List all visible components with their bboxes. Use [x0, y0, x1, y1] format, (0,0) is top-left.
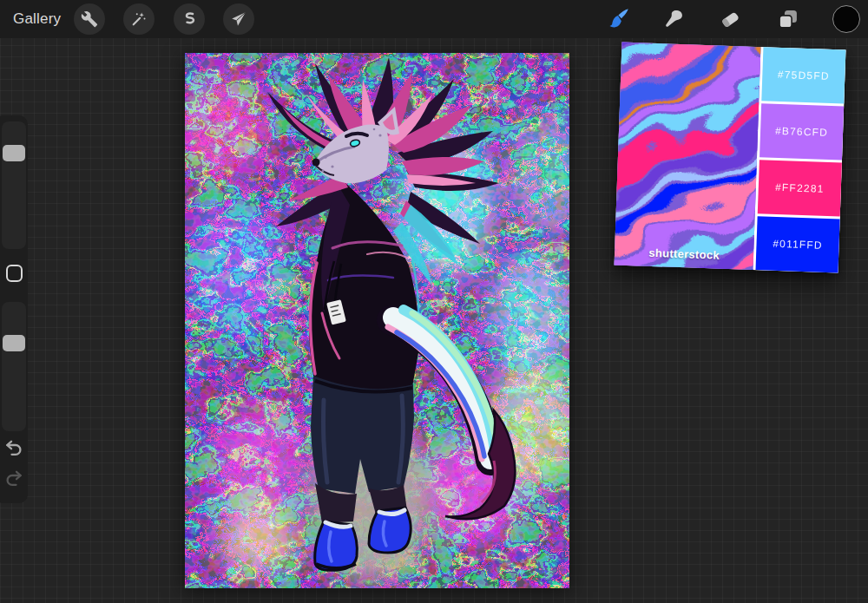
undo-arrow-icon[interactable] — [3, 438, 24, 459]
arrow-cursor-icon — [230, 10, 247, 28]
modify-button[interactable] — [6, 265, 23, 282]
smudge-finger-icon — [661, 7, 686, 31]
opacity-handle[interactable] — [3, 335, 25, 351]
top-toolbar: Gallery — [0, 0, 868, 38]
opacity-slider[interactable] — [2, 302, 26, 431]
palette-swatch: #011FFD — [755, 216, 839, 272]
gallery-button[interactable]: Gallery — [13, 10, 61, 28]
palette-swatch: #FF2281 — [758, 160, 842, 216]
swatch-hex-label: #75D5FD — [778, 69, 830, 82]
canvas-artwork — [185, 53, 569, 588]
magic-wand-icon — [130, 10, 148, 28]
tool-sidebar — [0, 115, 28, 503]
smudge-tool-button[interactable] — [658, 3, 689, 35]
color-swatch-circle[interactable] — [832, 5, 860, 33]
brush-size-slider[interactable] — [2, 121, 26, 249]
selection-button[interactable] — [174, 3, 205, 35]
swatch-hex-label: #B76CFD — [775, 125, 829, 139]
workspace-background: shutterstock #75D5FD #B76CFD #FF2281 #01… — [0, 0, 868, 603]
reference-panel[interactable]: shutterstock #75D5FD #B76CFD #FF2281 #01… — [615, 43, 846, 273]
erase-tool-button[interactable] — [714, 3, 746, 35]
palette-swatch: #75D5FD — [761, 47, 845, 103]
swatch-hex-label: #011FFD — [773, 238, 823, 252]
eraser-icon — [718, 7, 742, 31]
brush-size-handle[interactable] — [3, 145, 25, 161]
s-curve-icon — [181, 10, 198, 28]
wrench-icon — [81, 10, 98, 28]
adjustments-button[interactable] — [123, 3, 155, 35]
left-boot — [315, 521, 358, 570]
actions-button[interactable] — [74, 3, 105, 35]
palette-swatch: #B76CFD — [760, 103, 844, 160]
brush-icon — [605, 6, 631, 32]
swatch-hex-label: #FF2281 — [775, 181, 825, 195]
paint-tool-button[interactable] — [602, 3, 634, 35]
reference-image: shutterstock — [615, 43, 761, 270]
palette-swatch-column: #75D5FD #B76CFD #FF2281 #011FFD — [753, 47, 845, 272]
transform-button[interactable] — [223, 3, 254, 35]
layers-button[interactable] — [773, 3, 804, 35]
right-boot — [369, 508, 411, 553]
layers-icon — [776, 7, 800, 31]
drawing-canvas[interactable] — [185, 53, 569, 588]
redo-arrow-icon[interactable] — [3, 469, 24, 489]
app-window: shutterstock #75D5FD #B76CFD #FF2281 #01… — [0, 0, 868, 603]
